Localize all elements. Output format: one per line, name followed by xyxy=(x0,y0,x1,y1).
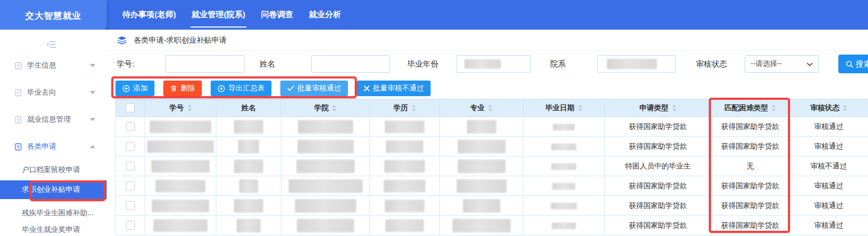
applications-table: 学号姓名学院学历专业毕业日期申请类型匹配困难类型审核状态 获得国家助学贷款获得国… xyxy=(115,99,868,235)
sort-icon[interactable] xyxy=(771,105,776,111)
cell-degree xyxy=(370,117,440,137)
nav-tab-4[interactable]: 就业分析 xyxy=(308,0,342,30)
column-header-college[interactable]: 学院 xyxy=(281,99,370,117)
sort-icon[interactable] xyxy=(672,105,677,111)
row-checkbox[interactable] xyxy=(126,162,135,171)
select-all-checkbox[interactable] xyxy=(126,103,135,112)
sidebar-collapse-icon[interactable] xyxy=(47,41,56,48)
sort-icon[interactable] xyxy=(187,105,192,111)
grad-year-input[interactable] xyxy=(457,55,530,73)
column-header-degree[interactable]: 学历 xyxy=(370,99,440,117)
redacted-value xyxy=(463,199,500,213)
table-row: 获得国家助学贷款获得国家助学贷款审核通过 xyxy=(116,137,868,156)
redacted-value xyxy=(295,199,356,213)
cell-checkbox xyxy=(116,196,145,216)
nav-tab-3[interactable]: 问卷调查 xyxy=(260,0,294,30)
cell-name xyxy=(216,156,281,176)
row-checkbox[interactable] xyxy=(126,181,135,190)
trash-icon xyxy=(170,85,177,92)
breadcrumb: 各类申请-求职创业补贴申请 xyxy=(107,30,868,51)
cell-college xyxy=(281,216,370,235)
sort-icon[interactable] xyxy=(332,105,336,111)
sidebar-item-3[interactable]: 残疾毕业生困难补助... xyxy=(0,205,107,221)
cell-college xyxy=(281,156,370,176)
cell-degree xyxy=(370,196,440,216)
review-status-label: 审核状态 xyxy=(696,50,727,77)
sidebar-item-2[interactable]: 求职创业补贴申请 xyxy=(0,180,107,199)
sidebar-group-2[interactable]: 毕业去向 xyxy=(0,85,107,100)
cell-name xyxy=(216,117,281,137)
review-status-select[interactable]: --请选择-- xyxy=(745,55,819,73)
sidebar-group-4[interactable]: 各类申请 xyxy=(0,139,107,154)
student-id-label: 学号: xyxy=(116,50,134,77)
toolbar-button-1[interactable]: 添加 xyxy=(115,81,154,96)
sidebar-group-3[interactable]: 就业信息管理 xyxy=(0,112,107,127)
chevron-down-icon xyxy=(90,118,95,121)
sort-icon[interactable] xyxy=(578,105,582,111)
sort-icon[interactable] xyxy=(411,105,416,111)
column-label: 毕业日期 xyxy=(546,103,575,113)
column-header-name[interactable]: 姓名 xyxy=(216,99,281,117)
redacted-value xyxy=(385,121,424,133)
x-icon xyxy=(364,85,370,91)
table-row: 获得国家助学贷款获得国家助学贷款审核通过 xyxy=(116,216,868,235)
document-icon xyxy=(15,116,22,124)
cell-checkbox xyxy=(116,216,145,235)
row-checkbox[interactable] xyxy=(126,142,135,151)
student-id-input[interactable] xyxy=(165,55,244,73)
redacted-value xyxy=(297,140,354,153)
redacted-value xyxy=(147,140,214,153)
toolbar-button-3[interactable]: 导出汇总表 xyxy=(211,81,271,96)
breadcrumb-text: 各类申请-求职创业补贴申请 xyxy=(134,35,227,45)
column-header-checkbox[interactable] xyxy=(116,99,145,117)
sort-icon[interactable] xyxy=(488,105,493,111)
toolbar-button-5[interactable]: 批量审核不通过 xyxy=(357,81,431,96)
cell-grad_date xyxy=(523,196,605,216)
search-button[interactable]: 搜索 xyxy=(838,55,868,73)
row-checkbox[interactable] xyxy=(126,122,135,131)
column-header-major[interactable]: 专业 xyxy=(440,99,523,117)
column-header-grad_date[interactable]: 毕业日期 xyxy=(523,99,605,117)
grad-year-label: 毕业年份 xyxy=(407,50,438,77)
table-row: 获得国家助学贷款获得国家助学贷款审核通过 xyxy=(116,196,868,216)
column-label: 匹配困难类型 xyxy=(724,103,768,113)
toolbar-button-4[interactable]: 批量审核通过 xyxy=(280,81,348,96)
sidebar-group-1[interactable]: 学生信息 xyxy=(0,58,107,73)
redacted-value xyxy=(458,140,506,153)
toolbar-button-label: 导出汇总表 xyxy=(228,84,265,93)
cell-checkbox xyxy=(116,117,145,137)
cell-student_id xyxy=(145,137,216,156)
row-checkbox[interactable] xyxy=(126,221,135,230)
nav-tab-2[interactable]: 就业管理(院系) xyxy=(190,0,246,30)
filter-bar: 学号: 姓名 毕业年份 院系 审核状态 --请选择-- 搜索 xyxy=(107,50,868,77)
cell-major xyxy=(440,117,523,137)
chevron-down-icon xyxy=(90,91,95,94)
top-bar: 交大智慧就业 待办事项(老师)就业管理(院系)问卷调查就业分析 xyxy=(0,0,868,30)
table-header-row: 学号姓名学院学历专业毕业日期申请类型匹配困难类型审核状态 xyxy=(116,99,868,117)
search-icon xyxy=(846,60,853,68)
row-checkbox[interactable] xyxy=(126,201,135,210)
name-input[interactable] xyxy=(311,55,390,73)
column-header-difficulty_type[interactable]: 匹配困难类型 xyxy=(711,99,789,117)
top-navigation: 待办事项(老师)就业管理(院系)问卷调查就业分析 xyxy=(121,0,342,30)
column-header-apply_type[interactable]: 申请类型 xyxy=(605,99,711,117)
redacted-value xyxy=(238,140,259,153)
sidebar-item-4[interactable]: 毕业生就业奖申请 xyxy=(0,222,107,236)
toolbar-button-2[interactable]: 删除 xyxy=(163,81,202,96)
cell-student_id xyxy=(145,176,216,196)
layers-icon xyxy=(117,36,127,45)
column-header-review_status[interactable]: 审核状态 xyxy=(789,99,868,117)
nav-tab-1[interactable]: 待办事项(老师) xyxy=(121,0,177,30)
sort-icon[interactable] xyxy=(843,105,847,111)
sidebar: 学生信息 毕业去向 就业信息管理 各类申请 户口档案留校申请求职创业补贴申请残疾… xyxy=(0,30,107,236)
cell-apply_type: 特困人员中的毕业生 xyxy=(605,156,711,176)
cell-student_id xyxy=(145,216,216,235)
department-input[interactable] xyxy=(597,55,676,73)
cell-apply_type: 获得国家助学贷款 xyxy=(605,137,711,156)
sidebar-item-1[interactable]: 户口档案留校申请 xyxy=(0,162,107,178)
column-header-student_id[interactable]: 学号 xyxy=(145,99,216,117)
redacted-value xyxy=(384,180,425,192)
cell-degree xyxy=(370,216,440,235)
cell-major xyxy=(440,196,523,216)
redacted-value xyxy=(464,59,501,69)
